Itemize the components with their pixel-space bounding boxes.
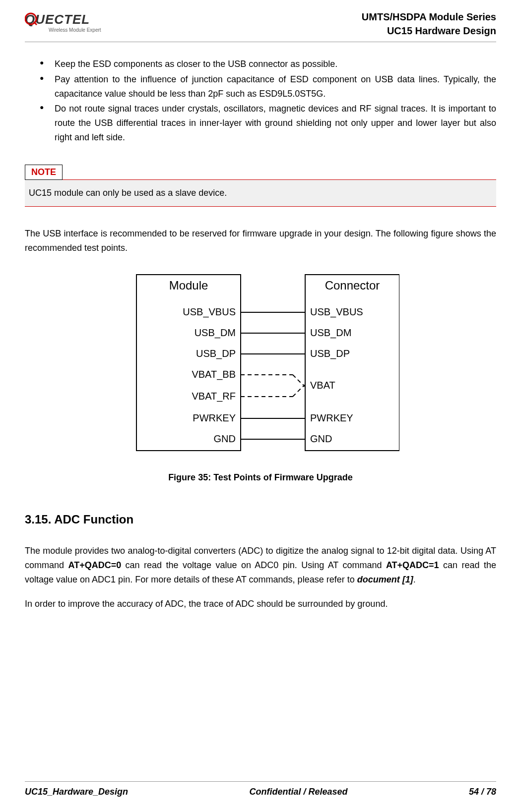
section-heading: 3.15. ADC Function bbox=[25, 513, 496, 526]
doc-title: UC15 Hardware Design bbox=[362, 24, 496, 38]
note-label: NOTE bbox=[25, 165, 63, 180]
pin-label: USB_DM bbox=[310, 327, 351, 339]
header-title: UMTS/HSDPA Module Series UC15 Hardware D… bbox=[362, 10, 496, 38]
pin-label: USB_DP bbox=[310, 348, 350, 359]
pin-label: VBAT_RF bbox=[192, 391, 236, 402]
pin-label: USB_VBUS bbox=[183, 306, 236, 318]
diagram-module-label: Module bbox=[169, 279, 208, 292]
pin-label: PWRKEY bbox=[193, 412, 236, 423]
footer-left: UC15_Hardware_Design bbox=[25, 787, 128, 797]
logo: QUECTEL Wireless Module Expert bbox=[25, 10, 124, 35]
pin-label: GND bbox=[310, 433, 332, 444]
doc-series: UMTS/HSDPA Module Series bbox=[362, 10, 496, 24]
svg-rect-4 bbox=[136, 275, 241, 451]
footer-center: Confidential / Released bbox=[250, 787, 348, 797]
svg-text:Wireless Module Expert: Wireless Module Expert bbox=[49, 27, 101, 33]
bullet-item: Do not route signal traces under crystal… bbox=[40, 102, 496, 144]
test-points-diagram: Module USB_VBUS USB_DM USB_DP VBAT_BB VB… bbox=[122, 270, 399, 458]
pin-label: USB_VBUS bbox=[310, 306, 363, 318]
bullet-item: Pay attention to the influence of juncti… bbox=[40, 72, 496, 101]
pin-label: USB_DM bbox=[195, 327, 236, 339]
bullet-list: Keep the ESD components as closer to the… bbox=[25, 57, 496, 145]
figure-container: Module USB_VBUS USB_DM USB_DP VBAT_BB VB… bbox=[25, 270, 496, 460]
adc-paragraph-1: The module provides two analog-to-digita… bbox=[25, 544, 496, 586]
pin-label: VBAT bbox=[310, 380, 335, 391]
page-footer: UC15_Hardware_Design Confidential / Rele… bbox=[25, 781, 496, 797]
pin-label: GND bbox=[214, 433, 236, 444]
pin-label: USB_DP bbox=[196, 348, 236, 359]
svg-rect-5 bbox=[305, 275, 399, 451]
svg-line-12 bbox=[293, 375, 303, 385]
adc-paragraph-2: In order to improve the accuracy of ADC,… bbox=[25, 597, 496, 611]
quectel-logo: QUECTEL Wireless Module Expert bbox=[25, 10, 124, 35]
pin-label: VBAT_BB bbox=[192, 369, 236, 380]
svg-line-14 bbox=[293, 387, 303, 397]
pin-label: PWRKEY bbox=[310, 412, 353, 423]
paragraph: The USB interface is recommended to be r… bbox=[25, 227, 496, 255]
note-box: NOTE UC15 module can only be used as a s… bbox=[25, 165, 496, 207]
footer-right: 54 / 78 bbox=[469, 787, 496, 797]
figure-caption: Figure 35: Test Points of Firmware Upgra… bbox=[25, 472, 496, 483]
page-header: QUECTEL Wireless Module Expert UMTS/HSDP… bbox=[25, 10, 496, 42]
note-content: UC15 module can only be used as a slave … bbox=[25, 179, 496, 207]
bullet-item: Keep the ESD components as closer to the… bbox=[40, 57, 496, 71]
diagram-connector-label: Connector bbox=[325, 279, 380, 292]
